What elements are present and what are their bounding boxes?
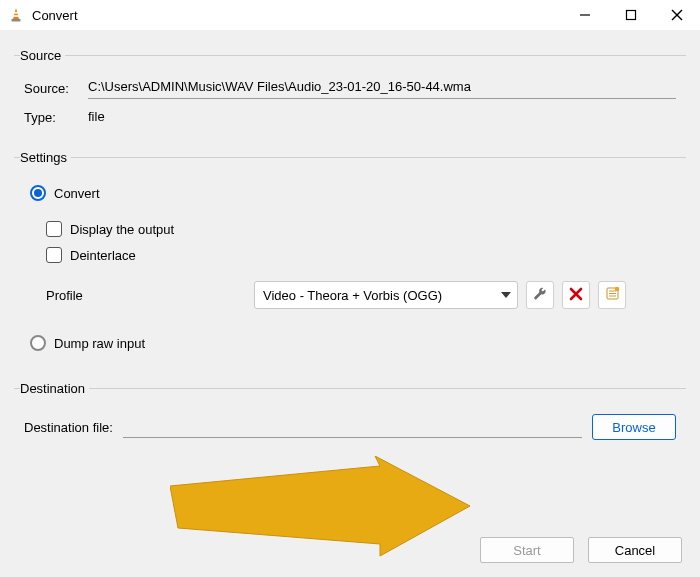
dump-raw-label: Dump raw input <box>54 336 145 351</box>
start-label: Start <box>513 543 540 558</box>
display-output-checkbox[interactable]: Display the output <box>46 221 676 237</box>
destination-legend: Destination <box>20 381 89 396</box>
destination-group: Destination Destination file: Browse <box>14 381 686 452</box>
profile-value: Video - Theora + Vorbis (OGG) <box>263 288 442 303</box>
source-input[interactable] <box>88 77 676 99</box>
browse-label: Browse <box>612 420 655 435</box>
svg-rect-5 <box>627 11 636 20</box>
browse-button[interactable]: Browse <box>592 414 676 440</box>
destination-file-input[interactable] <box>123 416 582 438</box>
wrench-icon <box>532 286 548 305</box>
display-output-label: Display the output <box>70 222 174 237</box>
deinterlace-label: Deinterlace <box>70 248 136 263</box>
window-title: Convert <box>32 8 562 23</box>
vlc-icon <box>8 7 24 23</box>
start-button[interactable]: Start <box>480 537 574 563</box>
maximize-button[interactable] <box>608 0 654 30</box>
convert-radio[interactable]: Convert <box>30 185 676 201</box>
svg-rect-3 <box>12 19 21 21</box>
source-label: Source: <box>24 81 88 96</box>
destination-file-label: Destination file: <box>24 420 113 435</box>
svg-rect-1 <box>14 12 19 14</box>
type-label: Type: <box>24 110 88 125</box>
svg-rect-2 <box>13 15 19 17</box>
svg-marker-15 <box>170 456 470 556</box>
dump-raw-radio[interactable]: Dump raw input <box>30 335 676 351</box>
checkbox-icon <box>46 247 62 263</box>
radio-icon <box>30 335 46 351</box>
source-legend: Source <box>20 48 65 63</box>
chevron-down-icon <box>501 292 511 298</box>
source-group: Source Source: Type: file <box>14 48 686 138</box>
settings-legend: Settings <box>20 150 71 165</box>
convert-radio-label: Convert <box>54 186 100 201</box>
window-controls <box>562 0 700 30</box>
new-profile-button[interactable] <box>598 281 626 309</box>
type-value: file <box>88 107 105 128</box>
svg-point-14 <box>614 287 618 291</box>
cancel-label: Cancel <box>615 543 655 558</box>
delete-icon <box>569 287 583 304</box>
radio-icon <box>30 185 46 201</box>
dialog-footer: Start Cancel <box>480 537 682 563</box>
new-profile-icon <box>605 286 620 304</box>
minimize-button[interactable] <box>562 0 608 30</box>
titlebar: Convert <box>0 0 700 30</box>
edit-profile-button[interactable] <box>526 281 554 309</box>
delete-profile-button[interactable] <box>562 281 590 309</box>
settings-group: Settings Convert Display the output Dein… <box>14 150 686 369</box>
close-button[interactable] <box>654 0 700 30</box>
deinterlace-checkbox[interactable]: Deinterlace <box>46 247 676 263</box>
checkbox-icon <box>46 221 62 237</box>
profile-select[interactable]: Video - Theora + Vorbis (OGG) <box>254 281 518 309</box>
profile-label: Profile <box>46 288 246 303</box>
cancel-button[interactable]: Cancel <box>588 537 682 563</box>
annotation-arrow <box>170 456 490 566</box>
